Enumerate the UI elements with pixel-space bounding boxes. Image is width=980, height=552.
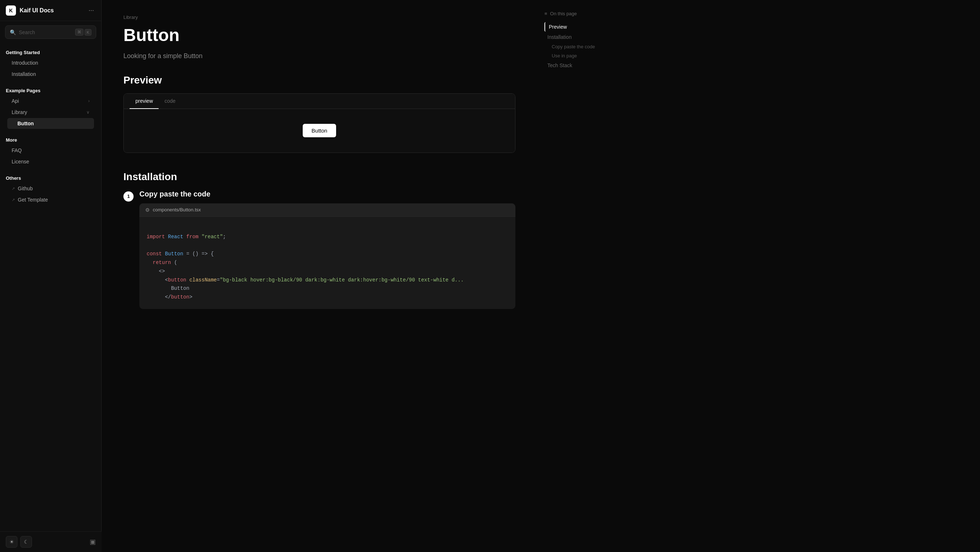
kw-const: const (146, 251, 165, 257)
external-link-icon-github: ↗ (12, 186, 15, 191)
getting-started-title: Getting Started (6, 50, 95, 55)
sidebar-header: K Kaif UI Docs ··· (0, 0, 101, 21)
search-icon: 🔍 (10, 29, 16, 35)
more-title: More (6, 137, 95, 143)
code-line-const: const Button = () => { (146, 250, 508, 258)
tag-button: button (168, 277, 189, 283)
logo-icon: K (6, 5, 16, 16)
preview-tabs: preview code (124, 94, 515, 109)
get-template-label: Get Template (18, 197, 48, 203)
indent-1 (146, 260, 153, 265)
sidebar-item-get-template[interactable]: ↗ Get Template (7, 194, 94, 205)
var-react: React (168, 234, 186, 240)
tab-preview[interactable]: preview (130, 94, 159, 109)
str-react: "react" (202, 234, 223, 240)
light-theme-button[interactable]: ☀ (6, 536, 18, 548)
tab-code[interactable]: code (159, 94, 181, 109)
sidebar-item-installation[interactable]: Installation (7, 69, 94, 80)
on-this-page-panel: ≡ On this page Preview Installation Copy… (537, 0, 617, 552)
search-bar[interactable]: 🔍 Search ⌘ K (5, 26, 96, 39)
code-block: ⚙ components/Button.tsx import React fro… (139, 203, 515, 309)
step-1-container: 1 Copy paste the code ⚙ components/Butto… (123, 190, 515, 309)
library-label: Library (12, 109, 27, 115)
kw-import: import (146, 234, 168, 240)
sidebar-item-github[interactable]: ↗ Github (7, 183, 94, 194)
main-content: Library Button Looking for a simple Butt… (102, 0, 537, 552)
search-k-key: K (84, 29, 91, 35)
faq-label: FAQ (12, 147, 22, 153)
more-options-button[interactable]: ··· (87, 5, 95, 16)
button-text-content: Button (146, 286, 189, 291)
sidebar-item-button[interactable]: Button (7, 118, 94, 129)
github-label: Github (18, 185, 33, 191)
code-line-button-tag: <button className="bg-black hover:bg-bla… (146, 276, 508, 285)
introduction-label: Introduction (12, 60, 38, 66)
code-line-blank-2 (146, 241, 508, 250)
sidebar-item-faq[interactable]: FAQ (7, 145, 94, 156)
license-label: License (12, 159, 29, 164)
layout-toggle-button[interactable]: ▣ (90, 538, 96, 546)
example-pages-title: Example Pages (6, 88, 95, 93)
gear-icon: ⚙ (145, 207, 150, 213)
code-block-header: ⚙ components/Button.tsx (139, 203, 515, 217)
attr-val-classname: "bg-black hover:bg-black/90 dark:bg-whit… (220, 277, 464, 283)
toc-item-copy-paste[interactable]: Copy paste the code (544, 43, 610, 51)
chevron-down-icon: ∨ (86, 110, 90, 115)
code-content: import React from "react"; const Button … (139, 217, 515, 309)
api-label: Api (12, 98, 19, 104)
getting-started-section: Getting Started Introduction Installatio… (0, 43, 101, 81)
step-1-number: 1 (123, 191, 134, 201)
preview-container: preview code Button (123, 93, 515, 153)
tag-button-close: button (171, 294, 189, 300)
eq-sign: = (217, 277, 220, 283)
installation-label: Installation (12, 71, 36, 77)
app-title: Kaif UI Docs (20, 7, 54, 14)
toc-item-tech-stack[interactable]: Tech Stack (544, 61, 610, 70)
dark-theme-button[interactable]: ☾ (20, 536, 32, 548)
preview-heading: Preview (123, 75, 515, 86)
example-pages-section: Example Pages Api › Library ∨ Button (0, 81, 101, 131)
kw-return: return (153, 260, 174, 265)
search-shortcut: ⌘ K (75, 29, 91, 35)
code-line-button-close: </button> (146, 293, 508, 302)
list-icon: ≡ (544, 11, 547, 16)
github-item-left: ↗ Github (12, 185, 33, 191)
chevron-right-icon: › (88, 99, 90, 104)
on-this-page-title: On this page (550, 11, 577, 16)
logo-area: K Kaif UI Docs (6, 5, 54, 16)
toc-item-preview[interactable]: Preview (544, 22, 610, 32)
installation-heading: Installation (123, 171, 515, 183)
toc-item-installation[interactable]: Installation (544, 32, 610, 42)
button-label: Button (18, 121, 34, 126)
sidebar-item-library[interactable]: Library ∨ (7, 107, 94, 118)
fragment-open: <> (146, 268, 165, 274)
sidebar-item-api[interactable]: Api › (7, 96, 94, 107)
code-line-blank-1 (146, 224, 508, 233)
code-line-return: return ( (146, 258, 508, 267)
code-line-fragment-open: <> (146, 267, 508, 276)
search-placeholder-text: Search (19, 29, 72, 35)
code-filename: components/Button.tsx (153, 207, 201, 212)
on-this-page-header: ≡ On this page (544, 11, 610, 16)
tag-close-bracket: > (189, 294, 192, 300)
more-section: More FAQ License (0, 131, 101, 169)
others-section: Others ↗ Github ↗ Get Template (0, 169, 101, 207)
arrow-fn: = () => { (186, 251, 214, 257)
var-button: Button (165, 251, 186, 257)
preview-demo-button[interactable]: Button (303, 124, 336, 137)
others-title: Others (6, 175, 95, 181)
sidebar-bottom: ☀ ☾ ▣ (0, 531, 102, 552)
sidebar-item-introduction[interactable]: Introduction (7, 57, 94, 68)
toc-item-use-in-page[interactable]: Use in page (544, 51, 610, 60)
kw-from: from (186, 234, 202, 240)
sidebar: K Kaif UI Docs ··· 🔍 Search ⌘ K Getting … (0, 0, 102, 552)
code-line-import: import React from "react"; (146, 233, 508, 241)
tag-close-indent: </ (146, 294, 171, 300)
page-title: Button (123, 26, 515, 45)
preview-display: Button (124, 109, 515, 153)
semi-1: ; (223, 234, 226, 240)
paren-open: ( (174, 260, 177, 265)
step-1-title: Copy paste the code (139, 190, 515, 198)
search-mod-key: ⌘ (75, 29, 83, 35)
sidebar-item-license[interactable]: License (7, 156, 94, 167)
